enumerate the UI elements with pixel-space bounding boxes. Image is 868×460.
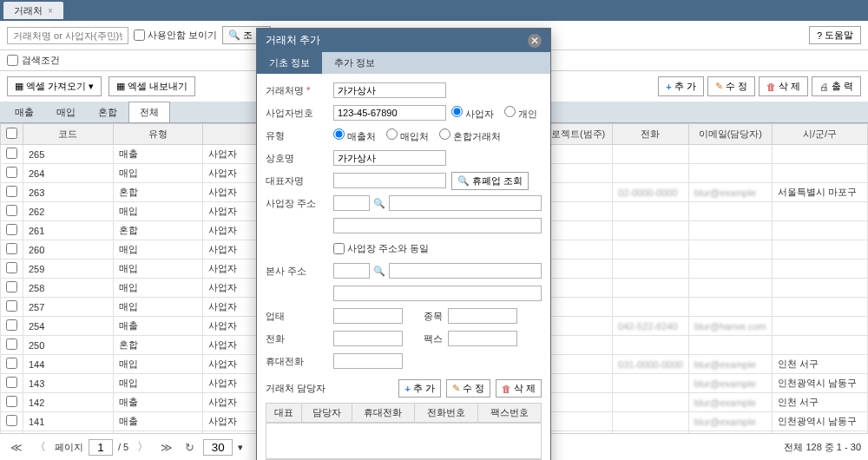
biz-addr-1[interactable] [389,195,542,211]
row-checkbox[interactable] [1,240,23,260]
per-page-input[interactable] [203,439,233,456]
tab-purchase[interactable]: 매입 [45,102,87,122]
radio-mixed[interactable]: 혼합거래처 [439,128,501,143]
row-checkbox[interactable] [1,183,23,202]
row-checkbox[interactable] [1,298,23,317]
show-disabled-checkbox[interactable]: 사용안함 보이기 [134,29,217,42]
header-region[interactable]: 시/군/구 [773,124,868,145]
mobile-input[interactable] [333,353,403,369]
checkbox-icon[interactable] [134,30,145,41]
refresh-button[interactable]: ↻ [181,439,198,456]
radio-purchase[interactable]: 매입처 [386,128,429,143]
biz-addr-2[interactable] [333,218,542,233]
page-last-button[interactable]: ≫ [157,439,176,456]
dialog-titlebar[interactable]: 거래처 추가 ✕ [257,29,550,52]
contact-add-button[interactable]: +추 가 [398,379,441,398]
contacts-label: 거래처 담당자 [266,382,393,395]
closed-biz-button[interactable]: 🔍 휴폐업 조회 [451,172,529,190]
tab-basic-info[interactable]: 기초 정보 [257,52,322,74]
dialog-tabs: 기초 정보 추가 정보 [257,52,550,74]
cell-email [688,145,772,164]
trash-icon: 🗑 [502,384,511,394]
row-checkbox[interactable] [1,336,23,355]
phone-input[interactable] [333,331,403,346]
radio-sales[interactable]: 매출처 [333,128,376,143]
hq-addr-1[interactable] [389,263,542,279]
radio-biz[interactable]: 사업자 [451,106,494,121]
cell-email [688,202,772,221]
vendor-name-input[interactable] [333,82,446,98]
biz-item-input[interactable] [448,308,517,324]
delete-button[interactable]: 🗑삭 제 [759,76,808,96]
label-ceo: 대표자명 [266,174,328,187]
fax-input[interactable] [448,331,517,346]
row-checkbox[interactable] [1,145,23,164]
tab-mixed[interactable]: 혼합 [87,102,128,122]
page-first-button[interactable]: ≪ [7,439,26,456]
row-checkbox[interactable] [1,393,23,412]
hq-addr-2[interactable] [333,286,542,301]
header-code[interactable]: 코드 [23,124,114,145]
row-checkbox[interactable] [1,317,23,336]
tradename-input[interactable] [333,150,446,166]
excel-import-button[interactable]: ▦ 엑셀 가져오기 ▾ [7,76,102,96]
print-icon: 🖨 [819,82,829,92]
row-checkbox[interactable] [1,374,23,393]
search-input[interactable] [7,27,128,44]
excel-icon: ▦ [116,81,125,92]
cell-email [688,221,772,240]
row-checkbox[interactable] [1,279,23,298]
edit-icon: ✎ [452,383,460,394]
search-icon: 🔍 [457,175,470,187]
condition-checkbox[interactable] [7,55,18,66]
tab-all[interactable]: 전체 [128,102,170,122]
page-input[interactable] [89,439,113,456]
edit-button[interactable]: ✎수 정 [707,76,755,96]
cell-type: 혼합 [113,336,203,355]
tab-vendors[interactable]: 거래처 × [3,2,63,19]
header-type[interactable]: 유형 [113,124,203,145]
plus-icon: + [404,384,410,394]
cell-code: 257 [23,298,114,317]
cell-region [773,221,868,240]
cell-region: 인천 서구 [773,393,868,412]
ceo-input[interactable] [333,173,446,188]
condition-label: 검색조건 [22,54,60,67]
contact-delete-button[interactable]: 🗑삭 제 [496,379,542,398]
row-checkbox[interactable] [1,260,23,279]
cell-type: 매입 [113,260,203,279]
close-icon[interactable]: ✕ [528,34,542,48]
cell-phone [613,298,689,317]
tab-extra-info[interactable]: 추가 정보 [322,52,387,74]
biz-addr-zip[interactable] [333,195,370,211]
excel-export-button[interactable]: ▦ 엑셀 내보내기 [108,76,195,96]
same-addr-checkbox[interactable]: 사업장 주소와 동일 [333,242,429,255]
contact-header-phone: 전화번호 [415,404,478,423]
search-icon[interactable]: 🔍 [373,198,385,209]
row-checkbox[interactable] [1,221,23,240]
row-checkbox[interactable] [1,412,23,431]
cell-region [773,202,868,221]
add-button[interactable]: +추 가 [658,76,704,96]
biz-kind-input[interactable] [333,308,403,324]
page-prev-button[interactable]: 〈 [31,437,49,457]
close-icon[interactable]: × [48,6,53,16]
cell-region [773,164,868,183]
search-icon[interactable]: 🔍 [373,266,385,277]
page-next-button[interactable]: 〉 [134,437,152,457]
row-checkbox[interactable] [1,355,23,374]
tab-sales[interactable]: 매출 [3,102,45,122]
header-checkbox[interactable] [1,124,23,145]
chevron-down-icon[interactable]: ▾ [238,442,243,453]
header-phone[interactable]: 전화 [613,124,689,145]
print-button[interactable]: 🖨출 력 [812,76,861,96]
header-email[interactable]: 이메일(담당자) [688,124,772,145]
hq-addr-zip[interactable] [333,263,370,279]
help-button[interactable]: ? 도움말 [809,26,861,44]
row-checkbox[interactable] [1,202,23,221]
radio-person[interactable]: 개인 [504,106,537,121]
plus-icon: + [666,82,671,92]
biz-no-input[interactable] [333,105,446,121]
contact-edit-button[interactable]: ✎수 정 [446,379,490,398]
row-checkbox[interactable] [1,164,23,183]
